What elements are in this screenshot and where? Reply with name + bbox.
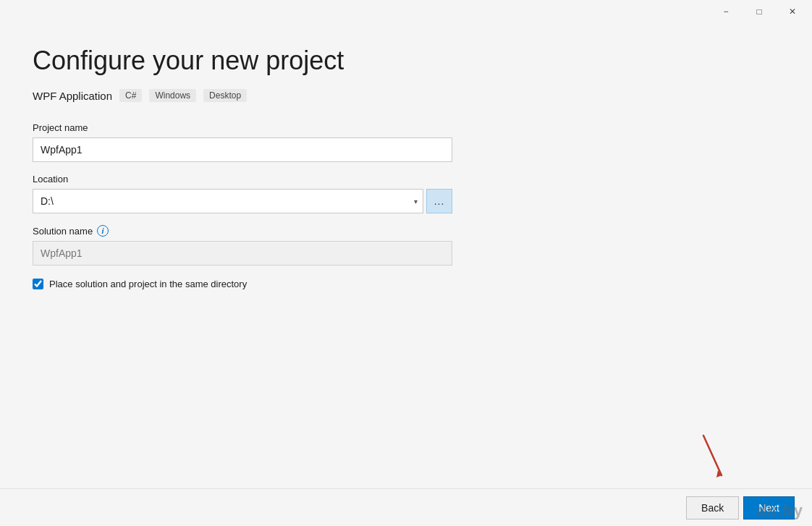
maximize-button[interactable]: □ — [743, 0, 776, 23]
subtitle-row: WPF Application C# Windows Desktop — [33, 89, 779, 102]
same-directory-checkbox[interactable] — [33, 279, 43, 289]
tag-desktop: Desktop — [203, 89, 247, 102]
minimize-button[interactable]: − — [709, 0, 743, 23]
form-section: Project name Location D:\ ▾ ... Solution… — [33, 122, 452, 289]
project-type-label: WPF Application — [33, 90, 112, 102]
tag-windows: Windows — [149, 89, 196, 102]
project-name-label: Project name — [33, 122, 452, 133]
location-label: Location — [33, 174, 452, 184]
info-icon[interactable]: i — [97, 225, 109, 237]
main-content: Configure your new project WPF Applicati… — [0, 23, 812, 526]
window: − □ ✕ Configure your new project WPF App… — [0, 0, 812, 526]
next-button[interactable]: Next — [743, 496, 795, 519]
solution-name-input[interactable] — [33, 241, 452, 266]
location-row: D:\ ▾ ... — [33, 189, 452, 213]
checkbox-row: Place solution and project in the same d… — [33, 279, 452, 289]
footer: Back Next — [0, 488, 812, 526]
solution-name-label: Solution name — [33, 226, 93, 237]
same-directory-label[interactable]: Place solution and project in the same d… — [49, 279, 247, 289]
location-select-wrap: D:\ ▾ — [33, 189, 423, 213]
solution-name-label-row: Solution name i — [33, 225, 452, 237]
title-bar: − □ ✕ — [0, 0, 812, 23]
project-name-input[interactable] — [33, 137, 452, 162]
location-select[interactable]: D:\ — [33, 189, 423, 213]
page-title: Configure your new project — [33, 45, 779, 76]
browse-button[interactable]: ... — [426, 189, 452, 213]
back-button[interactable]: Back — [686, 496, 739, 519]
close-button[interactable]: ✕ — [776, 0, 809, 23]
tag-csharp: C# — [119, 89, 142, 102]
